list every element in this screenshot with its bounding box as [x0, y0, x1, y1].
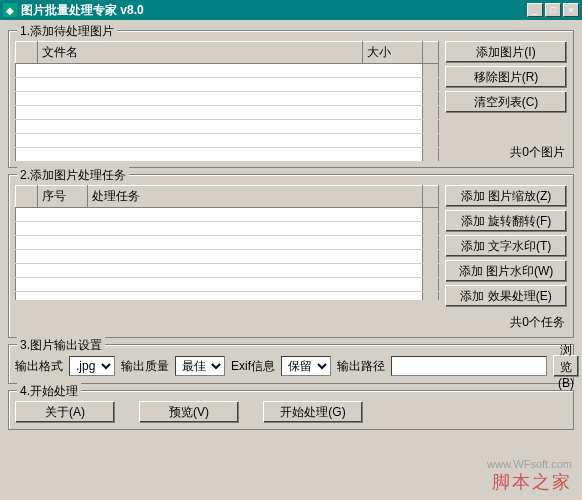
col-scroll — [423, 186, 439, 208]
col-select[interactable] — [16, 186, 38, 208]
minimize-button[interactable]: _ — [527, 3, 543, 17]
col-size[interactable]: 大小 — [363, 42, 423, 64]
table-row — [16, 78, 439, 92]
quality-select[interactable]: 最佳 — [175, 356, 225, 376]
add-textwm-button[interactable]: 添加 文字水印(T) — [445, 235, 567, 257]
table-row — [16, 208, 439, 222]
table-row — [16, 106, 439, 120]
label-exif: Exif信息 — [231, 358, 275, 375]
table-row — [16, 148, 439, 162]
add-rotate-button[interactable]: 添加 旋转翻转(F) — [445, 210, 567, 232]
table-row — [16, 250, 439, 264]
path-input[interactable] — [391, 356, 547, 376]
table-row — [16, 278, 439, 292]
image-count: 共0个图片 — [445, 144, 567, 161]
group-start: 4.开始处理 关于(A) 预览(V) 开始处理(G) — [8, 390, 574, 430]
remove-image-button[interactable]: 移除图片(R) — [445, 66, 567, 88]
browse-button[interactable]: 浏览(B) — [553, 355, 579, 377]
task-count: 共0个任务 — [445, 314, 567, 331]
table-row — [16, 120, 439, 134]
label-path: 输出路径 — [337, 358, 385, 375]
table-row — [16, 222, 439, 236]
about-button[interactable]: 关于(A) — [15, 401, 115, 423]
group2-legend: 2.添加图片处理任务 — [17, 167, 129, 184]
app-icon: ◆ — [3, 3, 17, 17]
label-quality: 输出质量 — [121, 358, 169, 375]
col-index[interactable]: 序号 — [38, 186, 88, 208]
group3-legend: 3.图片输出设置 — [17, 337, 105, 354]
exif-select[interactable]: 保留 — [281, 356, 331, 376]
add-effect-button[interactable]: 添加 效果处理(E) — [445, 285, 567, 307]
col-scroll — [423, 42, 439, 64]
add-imgwm-button[interactable]: 添加 图片水印(W) — [445, 260, 567, 282]
group4-legend: 4.开始处理 — [17, 383, 81, 400]
group-add-tasks: 2.添加图片处理任务 序号 处理任务 — [8, 174, 574, 338]
add-image-button[interactable]: 添加图片(I) — [445, 41, 567, 63]
window-title: 图片批量处理专家 v8.0 — [21, 2, 525, 19]
clear-list-button[interactable]: 清空列表(C) — [445, 91, 567, 113]
preview-button[interactable]: 预览(V) — [139, 401, 239, 423]
image-list[interactable]: 文件名 大小 — [15, 41, 439, 161]
col-task[interactable]: 处理任务 — [88, 186, 423, 208]
close-button[interactable]: × — [563, 3, 579, 17]
col-select[interactable] — [16, 42, 38, 64]
table-row — [16, 236, 439, 250]
table-row — [16, 264, 439, 278]
format-select[interactable]: .jpg — [69, 356, 115, 376]
task-list[interactable]: 序号 处理任务 — [15, 185, 439, 300]
table-row — [16, 64, 439, 78]
titlebar: ◆ 图片批量处理专家 v8.0 _ □ × — [0, 0, 582, 20]
table-row — [16, 292, 439, 301]
col-filename[interactable]: 文件名 — [38, 42, 363, 64]
group1-legend: 1.添加待处理图片 — [17, 23, 117, 40]
group-add-images: 1.添加待处理图片 文件名 大小 — [8, 30, 574, 168]
add-zoom-button[interactable]: 添加 图片缩放(Z) — [445, 185, 567, 207]
table-row — [16, 92, 439, 106]
window-body: 1.添加待处理图片 文件名 大小 — [0, 20, 582, 500]
group-output-settings: 3.图片输出设置 输出格式 .jpg 输出质量 最佳 Exif信息 保留 输出路… — [8, 344, 574, 384]
start-button[interactable]: 开始处理(G) — [263, 401, 363, 423]
label-format: 输出格式 — [15, 358, 63, 375]
table-row — [16, 134, 439, 148]
maximize-button[interactable]: □ — [545, 3, 561, 17]
